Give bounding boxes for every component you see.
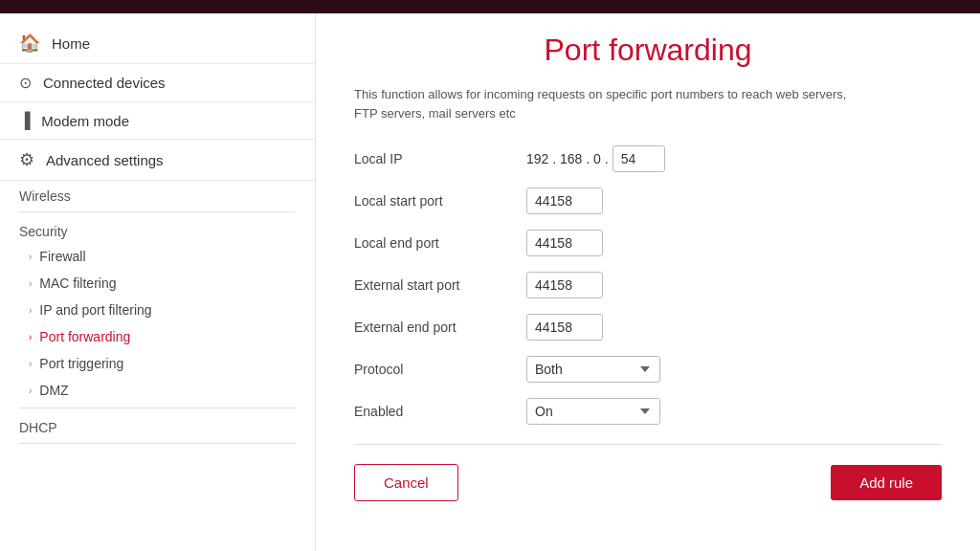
chevron-firewall-icon: ›: [29, 252, 32, 262]
page-title: Port forwarding: [354, 33, 942, 68]
sidebar-item-mac-filtering[interactable]: › MAC filtering: [0, 270, 315, 297]
external-start-port-row: External start port: [354, 272, 942, 298]
protocol-row: Protocol Both TCP UDP: [354, 356, 942, 383]
mac-filtering-label: MAC filtering: [39, 276, 116, 291]
local-start-port-input[interactable]: [526, 187, 603, 214]
local-start-port-label: Local start port: [354, 193, 526, 209]
sidebar-item-modem-mode[interactable]: ▐ Modem mode: [0, 102, 315, 140]
form-divider: [354, 444, 942, 445]
ip-prefix: 192 . 168 . 0 .: [526, 151, 609, 166]
external-start-port-input[interactable]: [526, 272, 603, 298]
local-ip-value: 192 . 168 . 0 .: [526, 145, 665, 172]
wireless-label: Wireless: [19, 188, 71, 204]
divider-2: [19, 408, 296, 408]
sidebar-item-advanced-settings[interactable]: ⚙ Advanced settings: [0, 140, 315, 181]
external-end-port-input[interactable]: [526, 314, 603, 341]
main-content: Port forwarding This function allows for…: [316, 13, 980, 551]
external-end-port-label: External end port: [354, 320, 526, 335]
external-end-port-row: External end port: [354, 314, 942, 341]
port-triggering-label: Port triggering: [39, 356, 123, 371]
chevron-ip-icon: ›: [29, 305, 32, 316]
sidebar: 🏠 Home ⊙ Connected devices ▐ Modem mode …: [0, 13, 316, 551]
sidebar-item-port-forwarding[interactable]: › Port forwarding: [0, 323, 315, 350]
chevron-dmz-icon: ›: [29, 386, 32, 396]
add-rule-button[interactable]: Add rule: [831, 465, 942, 500]
divider-1: [19, 211, 296, 212]
description-text: This function allows for incoming reques…: [354, 85, 871, 122]
sidebar-home-label: Home: [52, 35, 90, 52]
divider-3: [19, 443, 296, 444]
port-forwarding-nav-label: Port forwarding: [39, 329, 130, 344]
dhcp-section[interactable]: DHCP: [0, 412, 315, 439]
cancel-button[interactable]: Cancel: [354, 464, 458, 501]
sidebar-item-firewall[interactable]: › Firewall: [0, 243, 315, 270]
sidebar-item-ip-port-filtering[interactable]: › IP and port filtering: [0, 297, 315, 323]
sidebar-item-home[interactable]: 🏠 Home: [0, 23, 315, 64]
chevron-mac-icon: ›: [29, 278, 32, 289]
main-layout: 🏠 Home ⊙ Connected devices ▐ Modem mode …: [0, 13, 980, 551]
home-icon: 🏠: [19, 33, 40, 54]
ip-port-filtering-label: IP and port filtering: [39, 302, 151, 318]
local-ip-row: Local IP 192 . 168 . 0 .: [354, 145, 942, 172]
sidebar-advanced-label: Advanced settings: [46, 152, 164, 168]
protocol-select[interactable]: Both TCP UDP: [526, 356, 660, 383]
wireless-section[interactable]: Wireless: [0, 181, 315, 208]
top-bar: [0, 0, 980, 13]
external-start-port-label: External start port: [354, 277, 526, 293]
local-ip-label: Local IP: [354, 151, 526, 166]
settings-icon: ⚙: [19, 149, 34, 170]
local-end-port-row: Local end port: [354, 230, 942, 256]
dmz-label: DMZ: [39, 383, 68, 398]
local-ip-last-input[interactable]: [612, 145, 665, 172]
enabled-select[interactable]: On Off: [526, 398, 660, 425]
protocol-label: Protocol: [354, 362, 526, 377]
dhcp-label: DHCP: [19, 420, 57, 435]
enabled-label: Enabled: [354, 404, 526, 419]
chevron-pt-icon: ›: [29, 359, 32, 369]
sidebar-item-dmz[interactable]: › DMZ: [0, 377, 315, 404]
sidebar-connected-label: Connected devices: [43, 75, 166, 91]
security-section: Security: [0, 216, 315, 243]
local-end-port-input[interactable]: [526, 230, 603, 256]
sidebar-item-port-triggering[interactable]: › Port triggering: [0, 350, 315, 377]
sidebar-item-connected-devices[interactable]: ⊙ Connected devices: [0, 64, 315, 102]
modem-icon: ▐: [19, 112, 30, 129]
local-end-port-label: Local end port: [354, 235, 526, 251]
form-actions: Cancel Add rule: [354, 464, 942, 501]
firewall-label: Firewall: [39, 249, 85, 264]
enabled-row: Enabled On Off: [354, 398, 942, 425]
sidebar-modem-label: Modem mode: [41, 113, 129, 129]
chevron-pf-icon: ›: [29, 332, 32, 342]
connected-devices-icon: ⊙: [19, 74, 32, 92]
local-start-port-row: Local start port: [354, 187, 942, 214]
security-label: Security: [19, 224, 68, 239]
